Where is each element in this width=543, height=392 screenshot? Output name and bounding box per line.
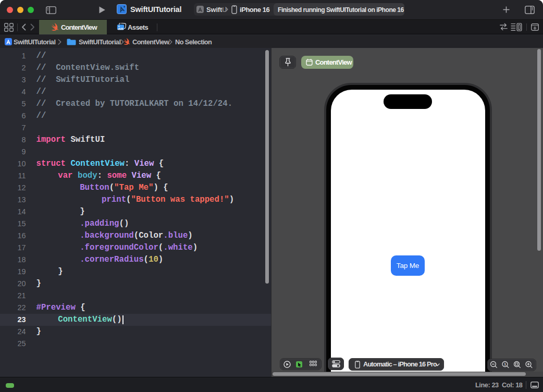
svg-text:1: 1 (504, 362, 506, 366)
